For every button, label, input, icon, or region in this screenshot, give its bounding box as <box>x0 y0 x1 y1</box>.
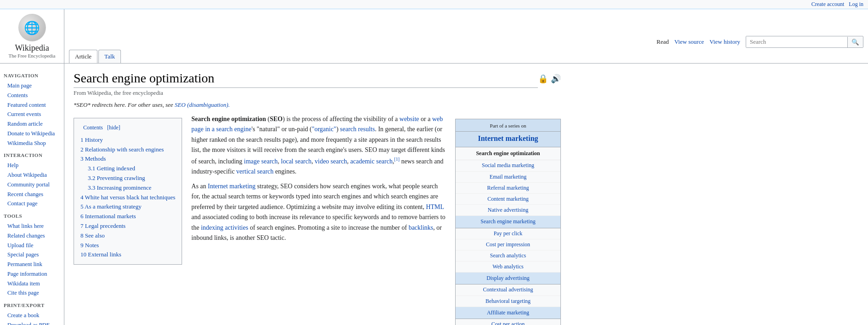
toc-link-5[interactable]: 5 As a marketing strategy <box>80 203 142 210</box>
infobox-contextual[interactable]: Contextual advertising <box>456 284 560 296</box>
academic-search-link[interactable]: academic search <box>350 157 393 164</box>
sidebar-item-upload[interactable]: Upload file <box>4 241 60 250</box>
sidebar-item-help[interactable]: Help <box>4 161 60 170</box>
toc-link-1[interactable]: 1 History <box>80 136 103 143</box>
toc-link-3-2[interactable]: 3.2 Preventing crawling <box>88 174 145 181</box>
contents-header: Contents [hide] <box>80 123 175 133</box>
sidebar-item-page-info[interactable]: Page information <box>4 269 60 279</box>
toc-link-6[interactable]: 6 International markets <box>80 213 136 220</box>
website-link[interactable]: website <box>400 116 419 122</box>
vertical-search-link[interactable]: vertical search <box>236 168 274 175</box>
create-account-link[interactable]: Create account <box>811 1 845 8</box>
infobox-email-marketing[interactable]: Email marketing <box>456 172 560 183</box>
seo-disambiguation-link[interactable]: SEO (disambiguation). <box>175 101 230 108</box>
infobox-native-advertising[interactable]: Native advertising <box>456 205 560 216</box>
infobox-search-analytics[interactable]: Search analytics <box>456 250 560 261</box>
log-in-link[interactable]: Log in <box>849 1 863 8</box>
local-search-link[interactable]: local search <box>281 157 311 164</box>
infobox-behavioral[interactable]: Behavioral targeting <box>456 296 560 307</box>
toc-item-4: 4 White hat versus black hat techniques <box>80 193 175 203</box>
infobox-web-analytics[interactable]: Web analytics <box>456 261 560 273</box>
search-box: 🔍 <box>746 36 863 48</box>
title-icons: 🔒 🔊 <box>538 74 561 84</box>
sidebar-item-wikidata[interactable]: Wikidata item <box>4 279 60 289</box>
wikipedia-globe-icon: 🌐 <box>18 14 46 41</box>
sidebar-item-recent-changes[interactable]: Recent changes <box>4 190 60 199</box>
toc-link-2[interactable]: 2 Relationship with search engines <box>80 146 164 153</box>
redirect-note: *SEO* redirects here. For other uses, se… <box>74 101 561 109</box>
video-search-link[interactable]: video search <box>315 157 347 164</box>
sidebar-item-community[interactable]: Community portal <box>4 180 60 190</box>
toc-link-7[interactable]: 7 Legal precedents <box>80 222 126 229</box>
interaction-section-title: Interaction <box>4 152 60 159</box>
sidebar-item-contents[interactable]: Contents <box>4 91 60 100</box>
contents-hide-toggle[interactable]: [hide] <box>107 124 120 131</box>
speaker-icon: 🔊 <box>551 74 561 84</box>
image-search-link[interactable]: image search <box>244 157 278 164</box>
page-title-row: Search engine optimization 🔒 🔊 <box>74 71 561 88</box>
infobox-series-label: Part of a series on <box>456 119 560 132</box>
sidebar-item-download-pdf[interactable]: Download as PDF <box>4 320 60 325</box>
toc-item-1: 1 History <box>80 135 175 145</box>
contents-label: Contents <box>83 124 103 131</box>
infobox-content-marketing[interactable]: Content marketing <box>456 194 560 205</box>
lock-icon: 🔒 <box>538 74 548 84</box>
toc-item-6: 6 International markets <box>80 212 175 221</box>
internet-marketing-link[interactable]: Internet marketing <box>208 183 256 190</box>
infobox-cpi[interactable]: Cost per impression <box>456 239 560 250</box>
infobox-display-section: Display advertising <box>456 273 560 284</box>
tools-section-title: Tools <box>4 213 60 220</box>
right-sidebar: Part of a series on Internet marketing S… <box>455 119 561 325</box>
sidebar-item-what-links[interactable]: What links here <box>4 221 60 231</box>
toc-link-8[interactable]: 8 See also <box>80 232 105 239</box>
infobox-social-media[interactable]: Social media marketing <box>456 160 560 171</box>
sidebar-item-create-book[interactable]: Create a book <box>4 311 60 320</box>
sidebar-item-random[interactable]: Random article <box>4 119 60 129</box>
wikipedia-subtitle: The Free Encyclopedia <box>8 53 55 58</box>
sidebar-item-main-page[interactable]: Main page <box>4 81 60 91</box>
toc-link-3-3[interactable]: 3.3 Increasing prominence <box>88 184 151 191</box>
sidebar-item-cite[interactable]: Cite this page <box>4 288 60 298</box>
page-title: Search engine optimization <box>74 71 538 88</box>
toc-link-3[interactable]: 3 Methods <box>80 155 106 162</box>
sidebar-item-permanent[interactable]: Permanent link <box>4 260 60 269</box>
toc-item-5: 5 As a marketing strategy <box>80 202 175 212</box>
sidebar-item-about[interactable]: About Wikipedia <box>4 170 60 180</box>
toc-link-10[interactable]: 10 External links <box>80 251 121 258</box>
talk-tab[interactable]: Talk <box>98 50 121 63</box>
read-tab[interactable]: Read <box>657 38 669 46</box>
organic-link[interactable]: "organic" <box>312 126 336 133</box>
view-source-tab[interactable]: View source <box>674 38 704 46</box>
sidebar-item-donate[interactable]: Donate to Wikipedia <box>4 129 60 139</box>
toc-link-3-1[interactable]: 3.1 Getting indexed <box>88 165 135 172</box>
infobox-referral-marketing[interactable]: Referral marketing <box>456 183 560 194</box>
toc-item-8: 8 See also <box>80 231 175 241</box>
sidebar-item-current-events[interactable]: Current events <box>4 110 60 119</box>
backlinks-link[interactable]: backlinks <box>409 224 434 231</box>
view-history-tab[interactable]: View history <box>709 38 740 46</box>
tabs: Article Talk <box>64 50 868 63</box>
sidebar: Navigation Main page Contents Featured c… <box>0 64 64 325</box>
article-tab[interactable]: Article <box>69 50 97 63</box>
header: 🌐 Wikipedia The Free Encyclopedia Read V… <box>0 9 868 64</box>
toc-item-10: 10 External links <box>80 250 175 260</box>
right-nav: Read View source View history 🔍 <box>64 34 868 50</box>
sidebar-item-related-changes[interactable]: Related changes <box>4 231 60 241</box>
toc-link-4[interactable]: 4 White hat versus black hat techniques <box>80 194 175 201</box>
sidebar-item-contact[interactable]: Contact page <box>4 199 60 209</box>
sidebar-item-featured[interactable]: Featured content <box>4 100 60 110</box>
contents-box: Contents [hide] 1 History 2 Relationship… <box>74 118 182 265</box>
sidebar-item-wikimedia-shop[interactable]: Wikimedia Shop <box>4 139 60 148</box>
sidebar-item-special[interactable]: Special pages <box>4 250 60 260</box>
search-input[interactable] <box>746 36 847 47</box>
toc-link-9[interactable]: 9 Notes <box>80 242 99 249</box>
indexing-link[interactable]: indexing activities <box>201 224 248 231</box>
layout: Navigation Main page Contents Featured c… <box>0 64 868 325</box>
search-results-link[interactable]: search results <box>340 126 375 133</box>
main-text: Contents [hide] 1 History 2 Relationship… <box>74 114 561 325</box>
ref-1[interactable]: [1] <box>394 157 400 162</box>
search-button[interactable]: 🔍 <box>847 37 863 47</box>
infobox-ppc[interactable]: Pay per click <box>456 228 560 239</box>
infobox-cost-per-action[interactable]: Cost per action <box>456 319 560 325</box>
html-link[interactable]: HTML <box>426 203 444 210</box>
